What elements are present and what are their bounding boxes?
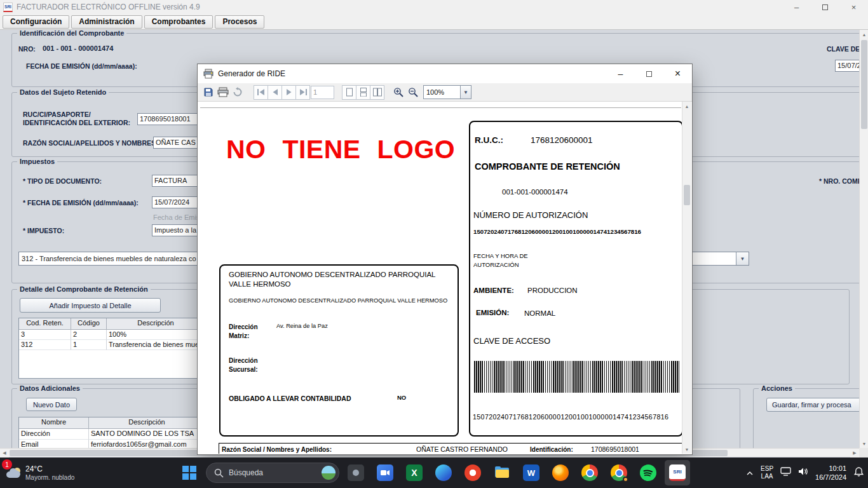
page-number-input[interactable] — [311, 86, 334, 99]
taskbar-app-chrome-2[interactable] — [606, 460, 632, 485]
dialog-maximize-button[interactable] — [635, 64, 663, 83]
last-page-button[interactable] — [295, 85, 310, 100]
dialog-minimize-button[interactable]: – — [606, 64, 635, 83]
taskbar-app-word[interactable]: W — [519, 460, 544, 485]
column-header[interactable]: Código — [71, 318, 107, 330]
volume-icon[interactable] — [798, 467, 808, 478]
dialog-title: Generador de RIDE — [218, 69, 285, 78]
chevron-down-icon[interactable]: ▼ — [736, 252, 749, 265]
scrollbar-thumb[interactable] — [861, 40, 867, 129]
excel-icon: X — [406, 464, 423, 481]
clock[interactable]: 10:01 16/7/2024 — [815, 464, 846, 482]
menu-procesos[interactable]: Procesos — [215, 15, 264, 29]
ride-dialog-icon — [203, 69, 214, 79]
taskbar-app-excel[interactable]: X — [402, 460, 427, 485]
cell: SANTO DOMINGO DE LOS TSA — [89, 429, 205, 440]
obligado-contabilidad-value: NO — [397, 394, 406, 401]
firefox-icon — [552, 464, 569, 481]
start-button[interactable] — [177, 460, 202, 485]
retention-info-box: R.U.C.: 1768120600001 COMPROBANTE DE RET… — [469, 121, 682, 437]
scroll-down-button[interactable]: ▼ — [682, 445, 691, 454]
refresh-button[interactable] — [230, 85, 245, 100]
scrollbar-thumb[interactable] — [684, 185, 690, 205]
save-button[interactable] — [201, 85, 215, 100]
nuevo-dato-button[interactable]: Nuevo Dato — [26, 398, 77, 411]
section-title: Datos del Sujeto Retenido — [17, 88, 109, 96]
footer-identificacion-label: Identificación: — [530, 446, 573, 453]
numero-autorizacion-label: NÚMERO DE AUTORIZACIÓN — [473, 210, 588, 220]
table-row[interactable]: Email ferriofardos1065sr@gmail.com — [19, 440, 205, 448]
scroll-up-button[interactable]: ▲ — [682, 102, 691, 111]
scroll-down-button[interactable]: ▼ — [860, 439, 868, 448]
search-highlight-image[interactable] — [322, 466, 336, 480]
display-icon[interactable] — [780, 467, 791, 478]
column-header[interactable]: Cod. Reten. — [19, 318, 71, 330]
nro-label: NRO: — [18, 45, 36, 53]
clave-acceso-field[interactable]: 15/07/2024 — [835, 60, 859, 72]
continuous-layout-button[interactable] — [356, 85, 370, 100]
ruc-label: R.U.C.: — [475, 135, 503, 145]
razon-social-label: RAZÓN SOCIAL/APELLIDOS Y NOMBRES: — [23, 139, 158, 147]
search-placeholder: Búsqueda — [229, 468, 316, 477]
table-row[interactable]: 3 2 100% — [19, 330, 205, 340]
nro-comprobante-label: * NRO. COMPROB — [819, 177, 859, 185]
first-page-button[interactable] — [254, 85, 268, 100]
page-top-edge — [200, 107, 681, 108]
tray-chevron-up-icon[interactable] — [746, 467, 754, 478]
zoom-level-select[interactable]: 100% ▼ — [423, 85, 471, 99]
scroll-right-button[interactable]: ▶ — [850, 449, 859, 458]
taskbar-app-spotify[interactable] — [635, 460, 661, 485]
guardar-firmar-button[interactable]: Guardar, firmar y procesa — [766, 398, 859, 412]
minimize-button[interactable]: – — [782, 0, 811, 14]
preview-scrollbar[interactable]: ▲ ▼ — [682, 102, 691, 454]
close-button[interactable]: × — [839, 0, 868, 14]
scroll-left-button[interactable]: ◀ — [0, 449, 9, 458]
search-box[interactable]: Búsqueda — [206, 463, 339, 483]
column-header[interactable]: Descripción — [107, 318, 205, 330]
taskbar-app-chrome[interactable] — [577, 460, 602, 485]
impuesto-label: * IMPUESTO: — [23, 227, 64, 234]
language-indicator[interactable]: ESP LAA — [761, 465, 773, 481]
table-row[interactable]: Dirección SANTO DOMINGO DE LOS TSA — [19, 429, 205, 440]
previous-page-button[interactable] — [268, 85, 282, 100]
notifications-bell-icon[interactable] — [853, 466, 864, 480]
maximize-icon — [646, 71, 652, 77]
column-header[interactable]: Nombre — [19, 417, 89, 429]
next-page-button[interactable] — [281, 85, 296, 100]
chrome-icon — [581, 464, 598, 481]
emitter-info-box: GOBIERNO AUTONOMO DESCENTRALIZADO PARROQ… — [219, 264, 459, 437]
barcode — [474, 361, 679, 393]
cell: Transferencia de bienes muebl — [107, 340, 205, 350]
weather-widget[interactable]: 1 24°C Mayorm. nublado — [0, 458, 81, 488]
single-page-layout-button[interactable] — [342, 85, 356, 100]
zoom-in-button[interactable] — [391, 85, 406, 100]
opera-icon — [465, 464, 481, 481]
taskbar-app-edge[interactable] — [431, 460, 456, 485]
taskbar-app-sri-facturador[interactable]: SRI — [665, 460, 690, 485]
ride-dialog-titlebar[interactable]: Generador de RIDE – × — [198, 64, 692, 83]
add-impuesto-button[interactable]: Añadir Impuesto al Detalle — [20, 298, 161, 313]
dialog-close-button[interactable]: × — [663, 64, 692, 83]
scroll-up-button[interactable]: ▲ — [860, 30, 868, 39]
menu-configuracion[interactable]: Configuración — [3, 15, 69, 29]
windows-logo-icon — [182, 466, 196, 480]
maximize-button[interactable] — [811, 0, 839, 14]
taskbar-app-video-chat[interactable] — [372, 460, 398, 485]
chevron-down-icon[interactable]: ▼ — [460, 86, 471, 98]
vertical-scrollbar[interactable]: ▲ ▼ — [859, 30, 868, 448]
menu-comprobantes[interactable]: Comprobantes — [144, 15, 214, 29]
file-explorer-icon — [494, 464, 510, 481]
ride-toolbar: 100% ▼ — [198, 83, 692, 102]
main-window-titlebar[interactable]: SRI FACTURADOR ELECTRÓNICO OFFLINE versi… — [0, 0, 868, 14]
zoom-out-button[interactable] — [406, 85, 421, 100]
column-header[interactable]: Descripción — [89, 417, 205, 429]
taskbar-app-opera[interactable] — [460, 460, 485, 485]
taskbar-app-snip-tool[interactable] — [343, 460, 369, 485]
facing-pages-layout-button[interactable] — [370, 85, 384, 100]
menu-administracion[interactable]: Administración — [71, 15, 142, 29]
taskbar-app-firefox[interactable] — [548, 460, 573, 485]
weather-temp: 24°C — [25, 464, 74, 474]
print-button[interactable] — [215, 85, 230, 100]
table-row[interactable]: 312 1 Transferencia de bienes muebl — [19, 340, 205, 350]
taskbar-app-file-explorer[interactable] — [489, 460, 515, 485]
